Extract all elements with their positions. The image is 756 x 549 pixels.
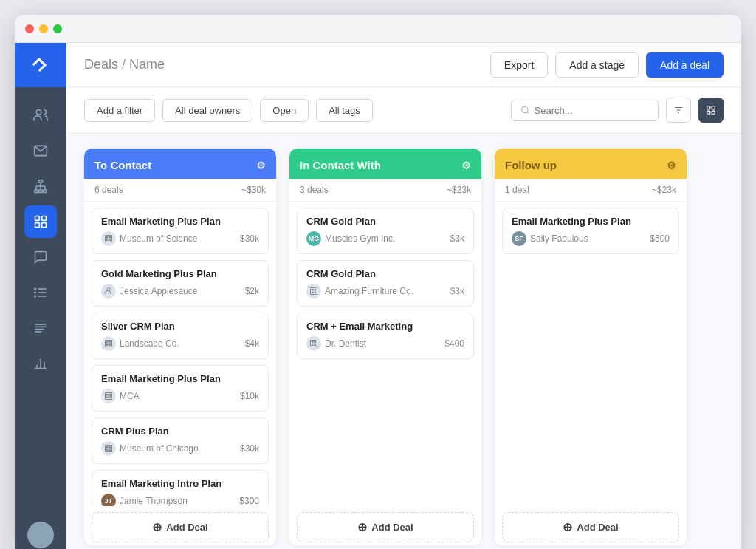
col-settings-icon[interactable]: ⚙ — [667, 160, 676, 171]
user-avatar[interactable] — [27, 522, 54, 548]
card-meta: JT Jamie Thompson $300 — [101, 494, 259, 506]
card-contact: MG Muscles Gym Inc. — [306, 231, 395, 246]
logo[interactable] — [15, 43, 66, 87]
card-meta: SF Sally Fabulous $500 — [512, 231, 670, 246]
deal-value: $2k — [245, 286, 259, 296]
svg-rect-54 — [106, 446, 112, 452]
add-deal-button[interactable]: Add a deal — [646, 52, 724, 78]
card-contact: SF Sally Fabulous — [512, 231, 588, 246]
filter-list-icon-button[interactable] — [666, 98, 691, 123]
page-title: Deals / Name — [84, 57, 165, 72]
card-contact: Dr. Dentist — [306, 336, 366, 351]
contact-name: Amazing Furniture Co. — [325, 286, 413, 296]
deal-card[interactable]: Email Marketing Intro Plan JT Jamie Thom… — [92, 470, 269, 506]
svg-rect-45 — [107, 342, 109, 344]
svg-rect-49 — [106, 393, 112, 400]
card-meta: Amazing Furniture Co. $3k — [306, 284, 464, 299]
col-cards: Email Marketing Plus Plan Museum of Scie… — [84, 202, 276, 506]
sidebar-item-list[interactable] — [24, 276, 57, 309]
deal-card[interactable]: Silver CRM Plan Landscape Co. $4k — [92, 313, 269, 359]
svg-rect-39 — [107, 237, 109, 239]
svg-rect-68 — [315, 344, 316, 346]
building-icon — [306, 284, 321, 299]
card-contact: Amazing Furniture Co. — [306, 284, 413, 299]
contact-name: Museum of Science — [120, 233, 197, 244]
col-meta: 3 deals ~$23k — [289, 179, 481, 202]
sidebar-item-messages[interactable] — [24, 241, 57, 273]
svg-rect-60 — [312, 290, 314, 291]
sidebar-item-document[interactable] — [24, 312, 57, 344]
sidebar-item-people[interactable] — [24, 99, 57, 132]
svg-rect-5 — [43, 190, 47, 192]
maximize-dot[interactable] — [53, 24, 62, 33]
svg-rect-2 — [39, 180, 43, 183]
deal-value: $300 — [239, 496, 259, 506]
export-button[interactable]: Export — [490, 52, 548, 78]
deal-value: $30k — [240, 233, 259, 244]
deal-value: $30k — [240, 443, 259, 454]
col-title: In Contact With — [300, 159, 381, 171]
svg-rect-48 — [109, 344, 111, 346]
search-input[interactable] — [535, 105, 649, 116]
svg-point-29 — [522, 106, 528, 112]
card-meta: Jessica Applesauce $2k — [101, 284, 259, 299]
contact-name: Landscape Co. — [120, 338, 179, 349]
card-meta: MCA $10k — [101, 389, 259, 403]
titlebar — [15, 15, 741, 43]
add-deal-button-to-contact[interactable]: ⊕ Add Deal — [92, 512, 269, 542]
kanban-view-button[interactable] — [698, 98, 724, 123]
card-meta: Museum of Chicago $30k — [101, 441, 259, 456]
card-title: CRM Gold Plan — [306, 216, 464, 227]
contact-name: Jessica Applesauce — [120, 286, 197, 296]
svg-rect-62 — [312, 292, 314, 293]
sidebar-item-mail[interactable] — [24, 134, 57, 167]
add-stage-button[interactable]: Add a stage — [555, 52, 639, 78]
add-deal-button-follow-up[interactable]: ⊕ Add Deal — [502, 512, 679, 542]
svg-rect-35 — [712, 106, 715, 109]
svg-rect-40 — [109, 237, 111, 239]
add-deal-button-in-contact-with[interactable]: ⊕ Add Deal — [297, 512, 474, 542]
deal-card[interactable]: Gold Marketing Plus Plan Jessica Applesa… — [92, 260, 269, 307]
deal-card[interactable]: CRM Gold Plan Amazing Furniture Co. $3k — [297, 260, 474, 307]
close-dot[interactable] — [25, 24, 34, 33]
col-meta: 1 deal ~$23k — [495, 179, 687, 202]
deal-card[interactable]: CRM + Email Marketing Dr. Dentist $400 — [297, 313, 474, 359]
add-filter-button[interactable]: Add a filter — [84, 99, 155, 122]
deal-value: $500 — [650, 233, 670, 244]
deal-card[interactable]: Email Marketing Plus Plan SF Sally Fabul… — [502, 208, 679, 254]
svg-rect-66 — [315, 342, 316, 344]
card-contact: JT Jamie Thompson — [101, 494, 188, 506]
deal-count: 1 deal — [505, 185, 529, 195]
svg-rect-65 — [312, 342, 314, 344]
card-title: Email Marketing Plus Plan — [101, 373, 259, 384]
col-cards: CRM Gold Plan MG Muscles Gym Inc. $3k CR… — [289, 202, 481, 506]
card-meta: Dr. Dentist $400 — [306, 336, 464, 351]
deal-card[interactable]: CRM Plus Plan Museum of Chicago $30k — [92, 417, 269, 464]
svg-rect-57 — [107, 449, 109, 451]
col-settings-icon[interactable]: ⚙ — [461, 160, 471, 171]
svg-rect-3 — [35, 190, 38, 192]
sidebar-item-hierarchy[interactable] — [24, 170, 57, 202]
tags-filter[interactable]: All tags — [316, 99, 373, 122]
add-deal-label: Add Deal — [371, 522, 413, 533]
card-contact: Museum of Science — [101, 231, 197, 246]
col-title: Follow up — [505, 159, 557, 171]
contact-name: Museum of Chicago — [120, 443, 199, 454]
svg-rect-11 — [35, 216, 40, 221]
deal-card[interactable]: CRM Gold Plan MG Muscles Gym Inc. $3k — [297, 208, 474, 254]
card-title: Email Marketing Intro Plan — [101, 478, 259, 489]
status-filter[interactable]: Open — [260, 99, 309, 122]
col-settings-icon[interactable]: ⚙ — [256, 160, 266, 171]
sidebar-item-deals[interactable] — [24, 205, 57, 238]
minimize-dot[interactable] — [39, 24, 48, 33]
card-contact: MCA — [101, 389, 140, 403]
app-window: Deals / Name Export Add a stage Add a de… — [15, 15, 741, 549]
deal-owners-filter[interactable]: All deal owners — [162, 99, 252, 122]
svg-point-19 — [35, 292, 36, 293]
svg-rect-13 — [35, 223, 40, 228]
svg-rect-37 — [712, 111, 715, 114]
building-icon — [101, 441, 116, 456]
sidebar-item-chart[interactable] — [24, 347, 57, 380]
deal-card[interactable]: Email Marketing Plus Plan MCA $10k — [92, 365, 269, 412]
deal-card[interactable]: Email Marketing Plus Plan Museum of Scie… — [92, 208, 269, 254]
